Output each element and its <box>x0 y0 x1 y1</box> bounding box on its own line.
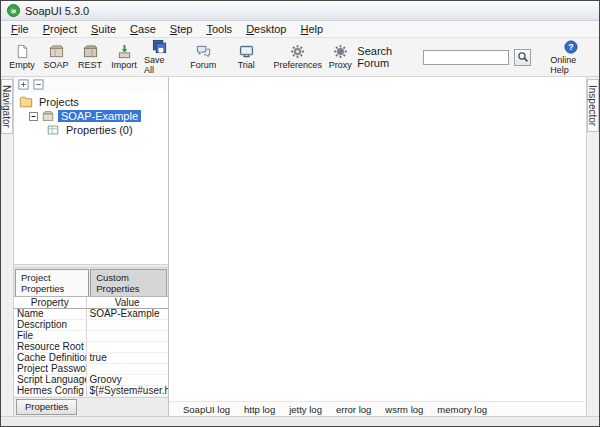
property-value-cell[interactable]: ${#System#user.ho... <box>86 386 168 397</box>
import-project-button[interactable]: Import <box>107 43 141 71</box>
toolbar-button-label: REST <box>78 60 102 70</box>
property-value-cell[interactable]: SOAP-Example <box>86 309 168 320</box>
search-forum-button[interactable] <box>514 49 532 66</box>
tree-node-soap-example[interactable]: SOAP-Example <box>14 109 168 123</box>
online-help-label: Online Help <box>550 55 591 75</box>
menu-desktop[interactable]: Desktop <box>239 22 293 37</box>
property-name-cell: Description <box>14 320 86 331</box>
search-forum-input[interactable] <box>423 50 509 65</box>
property-row: Project Password <box>14 364 168 375</box>
menu-help[interactable]: Help <box>294 22 331 37</box>
menu-project[interactable]: Project <box>36 22 84 37</box>
toolbar-button-label: Preferences <box>274 60 323 70</box>
property-value-cell[interactable] <box>86 364 168 375</box>
tree-node-projects[interactable]: Projects <box>14 95 168 109</box>
tree-node-properties[interactable]: Properties (0) <box>14 123 168 137</box>
main-toolbar: Empty SOAP REST Import Save All <box>1 38 599 77</box>
property-name-cell: Cache Definitions <box>14 353 86 364</box>
preferences-button[interactable]: Preferences <box>272 43 323 71</box>
tab-soapui-log[interactable]: SoapUI log <box>177 403 236 416</box>
desktop-area <box>169 77 586 401</box>
inspector-tab[interactable]: Inspector <box>587 79 599 132</box>
search-forum-label: Search Forum <box>357 45 417 69</box>
proxy-button[interactable]: Proxy <box>323 43 357 71</box>
toolbar-button-label: Empty <box>9 60 35 70</box>
column-header-property: Property <box>14 297 86 309</box>
property-name-cell: File <box>14 331 86 342</box>
project-icon <box>41 109 55 123</box>
forum-icon <box>196 44 211 59</box>
column-header-value: Value <box>86 297 168 309</box>
property-value-cell[interactable] <box>86 342 168 353</box>
save-all-button[interactable]: Save All <box>141 38 177 76</box>
tab-memory-log[interactable]: memory log <box>431 403 493 416</box>
property-row: Hermes Config ${#System#user.ho... <box>14 386 168 397</box>
menu-file[interactable]: File <box>4 22 36 37</box>
main-area: Navigator Projects <box>1 77 599 416</box>
preferences-gear-icon <box>290 44 305 59</box>
tab-project-properties[interactable]: Project Properties <box>15 269 89 296</box>
menu-tools[interactable]: Tools <box>199 22 239 37</box>
workspace: SoapUI log http log jetty log error log … <box>169 77 586 416</box>
collapse-handle-icon[interactable] <box>29 112 38 121</box>
properties-tab-bar: Project Properties Custom Properties <box>14 268 168 296</box>
toolbar-button-label: Forum <box>190 60 216 70</box>
soapui-logo-icon <box>7 4 20 17</box>
project-tree: Projects SOAP-Example Properties (0) <box>14 92 168 264</box>
search-icon <box>517 51 529 63</box>
tree-node-label: Projects <box>36 96 82 108</box>
property-row: File <box>14 331 168 342</box>
menu-case[interactable]: Case <box>123 22 163 37</box>
window-title: SoapUI 5.3.0 <box>25 5 89 17</box>
tree-node-label: SOAP-Example <box>58 110 141 122</box>
property-row: Resource Root <box>14 342 168 353</box>
menu-step[interactable]: Step <box>163 22 200 37</box>
navigator-tab-strip: Navigator <box>1 77 14 416</box>
toolbar-button-label: Proxy <box>329 60 352 70</box>
toolbar-button-label: Save All <box>144 55 174 75</box>
toolbar-button-label: Import <box>111 60 137 70</box>
navigator-tab[interactable]: Navigator <box>1 79 13 134</box>
property-row: Description <box>14 320 168 331</box>
property-value-cell[interactable]: Groovy <box>86 375 168 386</box>
properties-panel: Project Properties Custom Properties Pro… <box>14 268 168 417</box>
tab-custom-properties[interactable]: Custom Properties <box>90 269 167 296</box>
properties-bottom-button[interactable]: Properties <box>16 399 77 415</box>
new-soap-project-button[interactable]: SOAP <box>39 43 73 71</box>
collapse-all-icon[interactable] <box>32 79 45 91</box>
tab-jetty-log[interactable]: jetty log <box>283 403 328 416</box>
soapui-window: SoapUI 5.3.0 File Project Suite Case Ste… <box>0 0 600 427</box>
property-name-cell: Project Password <box>14 364 86 375</box>
trial-icon <box>239 44 254 59</box>
toolbar-button-label: Trial <box>238 60 255 70</box>
online-help-button[interactable]: ? Online Help <box>550 40 591 75</box>
menu-suite[interactable]: Suite <box>84 22 123 37</box>
tree-node-label: Properties (0) <box>63 124 136 136</box>
properties-table: Property Value Name SOAP-Example Descrip… <box>14 296 168 398</box>
import-project-icon <box>117 44 132 59</box>
property-value-cell[interactable]: true <box>86 353 168 364</box>
properties-table-header-row: Property Value <box>14 297 168 309</box>
property-row: Cache Definitions true <box>14 353 168 364</box>
property-value-cell[interactable] <box>86 320 168 331</box>
property-row: Script Language Groovy <box>14 375 168 386</box>
trial-button[interactable]: Trial <box>229 43 263 71</box>
property-value-cell[interactable] <box>86 331 168 342</box>
new-empty-project-button[interactable]: Empty <box>5 43 39 71</box>
tab-wsrm-log[interactable]: wsrm log <box>379 403 429 416</box>
log-tabs-bar: SoapUI log http log jetty log error log … <box>169 401 586 416</box>
forum-button[interactable]: Forum <box>186 43 220 71</box>
property-name-cell: Resource Root <box>14 342 86 353</box>
inspector-tab-strip: Inspector <box>586 77 599 416</box>
property-name-cell: Hermes Config <box>14 386 86 397</box>
property-name-cell: Script Language <box>14 375 86 386</box>
tab-http-log[interactable]: http log <box>238 403 281 416</box>
rest-project-icon <box>83 44 98 59</box>
proxy-gear-icon <box>333 44 348 59</box>
navigator-panel: Projects SOAP-Example Properties (0) <box>14 77 169 416</box>
new-rest-project-button[interactable]: REST <box>73 43 107 71</box>
expand-all-icon[interactable] <box>17 79 30 91</box>
tab-error-log[interactable]: error log <box>330 403 377 416</box>
navigator-toolbar <box>14 77 168 92</box>
save-all-icon <box>152 39 167 54</box>
